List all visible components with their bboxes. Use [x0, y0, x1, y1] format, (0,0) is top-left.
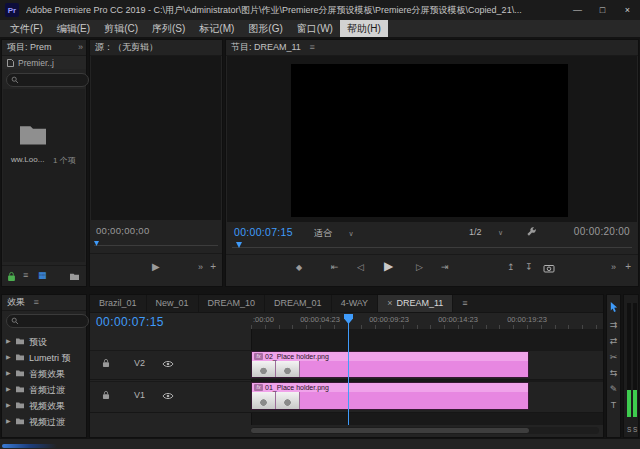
menu-help[interactable]: 帮助(H) — [340, 20, 388, 37]
minimize-button[interactable]: — — [565, 0, 590, 20]
add-marker-icon[interactable]: ◆ — [296, 263, 302, 272]
razor-tool-icon[interactable]: ✂ — [607, 352, 620, 362]
close-button[interactable]: × — [615, 0, 640, 20]
track-lock-icon[interactable] — [102, 358, 110, 368]
go-to-in-icon[interactable]: ⇤ — [331, 262, 339, 272]
track-label-v2[interactable]: V2 — [134, 358, 145, 368]
effects-item-audio-transitions[interactable]: ▶ 音频过渡 — [2, 381, 86, 397]
program-scrubber[interactable] — [232, 247, 632, 248]
program-more-icon[interactable]: » — [611, 262, 616, 272]
project-item-row[interactable]: Premier..j — [2, 56, 86, 69]
effects-search-input[interactable] — [19, 317, 84, 326]
step-back-icon[interactable]: ◁ — [357, 262, 364, 272]
chevron-down-icon: ∨ — [349, 230, 354, 237]
twirl-icon[interactable]: ▶ — [6, 385, 11, 392]
effects-item-video-transitions[interactable]: ▶ 视频过渡 — [2, 413, 86, 429]
timeline-tab-dream-11[interactable]: ×DREAM_11 — [378, 295, 453, 312]
panel-overflow-icon[interactable]: » — [78, 40, 83, 55]
twirl-icon[interactable]: ▶ — [6, 417, 11, 424]
pen-tool-icon[interactable]: ✎ — [607, 384, 620, 394]
twirl-icon[interactable]: ▶ — [6, 369, 11, 376]
extract-icon[interactable]: ↧ — [525, 262, 533, 272]
effects-item-audio-effects[interactable]: ▶ 音频效果 — [2, 365, 86, 381]
track-eye-icon[interactable] — [162, 360, 174, 368]
effects-panel-menu-icon[interactable]: ≡ — [34, 297, 39, 307]
clip-thumbnail — [276, 392, 300, 409]
menu-clip[interactable]: 剪辑(C) — [97, 20, 145, 37]
type-tool-icon[interactable]: T — [607, 400, 620, 410]
step-forward-icon[interactable]: ▷ — [416, 262, 423, 272]
list-view-icon[interactable]: ≡ — [23, 270, 28, 280]
timeline-tab-new-01[interactable]: New_01 — [147, 295, 199, 312]
project-search-input[interactable] — [19, 76, 84, 85]
timeline-tab-dream-01[interactable]: DREAM_01 — [265, 295, 332, 312]
program-tab[interactable]: 节目: DREAM_11 — [231, 42, 301, 52]
effects-search[interactable] — [6, 314, 89, 328]
source-more-icon[interactable]: » — [198, 262, 203, 272]
effects-tab[interactable]: 效果 — [7, 297, 25, 307]
clip-thumbnail — [276, 361, 300, 377]
track-lock-icon[interactable] — [102, 390, 110, 400]
clip-name-label: 02_Place holder.png — [265, 353, 329, 360]
lift-icon[interactable]: ↥ — [507, 262, 515, 272]
menu-window[interactable]: 窗口(W) — [290, 20, 340, 37]
source-play-icon[interactable]: ▶ — [152, 261, 160, 272]
track-select-tool-icon[interactable]: ⇉ — [607, 320, 620, 330]
timeline-tab-dream-10[interactable]: DREAM_10 — [199, 295, 266, 312]
menu-edit[interactable]: 编辑(E) — [50, 20, 97, 37]
selection-tool-icon[interactable] — [609, 301, 618, 314]
bin-folder-icon[interactable] — [17, 121, 49, 147]
timeline-tab-4-way[interactable]: 4-WAY — [332, 295, 379, 312]
effects-item-video-effects[interactable]: ▶ 视频效果 — [2, 397, 86, 413]
program-timecode[interactable]: 00:00:07:15 — [234, 226, 293, 238]
new-bin-icon[interactable] — [69, 272, 80, 281]
effects-item-label: 视频效果 — [29, 400, 65, 413]
tab-close-icon[interactable]: × — [387, 298, 392, 308]
folder-icon — [15, 337, 25, 345]
export-frame-camera-icon[interactable] — [543, 264, 555, 273]
source-tab[interactable]: 源：（无剪辑） — [95, 42, 158, 52]
program-monitor-area — [227, 56, 637, 222]
audio-meter-level — [627, 390, 631, 417]
twirl-icon[interactable]: ▶ — [6, 401, 11, 408]
twirl-icon[interactable]: ▶ — [6, 337, 11, 344]
project-tab[interactable]: 项目: Prem — [7, 42, 52, 52]
go-to-out-icon[interactable]: ⇥ — [441, 262, 449, 272]
ripple-edit-tool-icon[interactable]: ⇄ — [607, 336, 620, 346]
timeline-playhead-line[interactable] — [348, 314, 349, 425]
menu-file[interactable]: 文件(F) — [3, 20, 50, 37]
clip-v1-01-place-holder[interactable]: fx 01_Place holder.png — [251, 382, 529, 410]
source-scrubber[interactable] — [94, 245, 218, 246]
timeline-panel-menu-icon[interactable]: ≡ — [453, 295, 476, 312]
menu-graphics[interactable]: 图形(G) — [241, 20, 289, 37]
hscrollbar-thumb[interactable] — [251, 428, 529, 433]
project-search[interactable] — [6, 73, 89, 87]
resolution-dropdown[interactable]: 1/2 ∨ — [469, 227, 503, 237]
settings-wrench-icon[interactable] — [526, 226, 537, 237]
play-icon[interactable]: ▶ — [384, 259, 393, 273]
timeline-timecode[interactable]: 00:00:07:15 — [96, 315, 164, 329]
track-label-v1[interactable]: V1 — [134, 390, 145, 400]
bin-name-label[interactable]: ww.Loo... — [11, 155, 44, 164]
timeline-hscrollbar[interactable] — [251, 427, 599, 434]
project-lock-icon[interactable] — [7, 271, 16, 282]
track-eye-icon[interactable] — [162, 392, 174, 400]
clip-v2-02-place-holder[interactable]: fx 02_Place holder.png — [251, 351, 529, 378]
solo-button-left[interactable]: S — [627, 426, 631, 433]
source-timecode[interactable]: 00;00;00;00 — [96, 225, 150, 236]
slip-tool-icon[interactable]: ⇆ — [607, 368, 620, 378]
effects-item-lumetri[interactable]: ▶ Lumetri 预 — [2, 349, 86, 365]
source-add-button-icon[interactable]: + — [210, 261, 216, 272]
menu-markers[interactable]: 标记(M) — [192, 20, 241, 37]
effects-item-presets[interactable]: ▶ 预设 — [2, 333, 86, 349]
timeline-tab-brazil-01[interactable]: Brazil_01 — [90, 295, 147, 312]
icon-view-icon[interactable]: ▦ — [38, 270, 47, 280]
maximize-button[interactable]: □ — [590, 0, 615, 20]
program-add-button-icon[interactable]: + — [625, 261, 631, 272]
fit-dropdown[interactable]: 适合 ∨ — [314, 227, 354, 240]
program-panel-menu-icon[interactable]: ≡ — [309, 42, 314, 52]
solo-button-right[interactable]: S — [633, 426, 637, 433]
menu-sequence[interactable]: 序列(S) — [145, 20, 192, 37]
timeline-ruler[interactable]: :00:00 00:00:04:23 00:00:09:23 00:00:14:… — [251, 313, 603, 330]
twirl-icon[interactable]: ▶ — [6, 353, 11, 360]
